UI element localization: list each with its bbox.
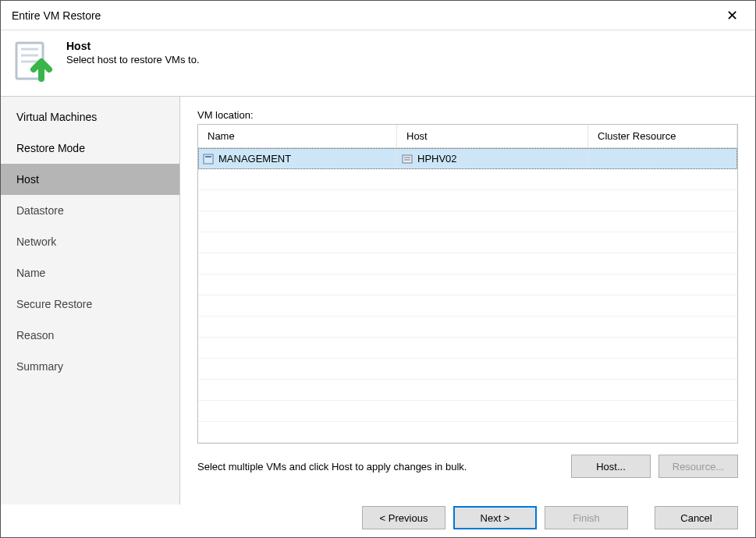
hint-row: Select multiple VMs and click Host to ap…	[197, 455, 738, 478]
host-button[interactable]: Host...	[571, 455, 651, 478]
sidebar-item-summary[interactable]: Summary	[1, 351, 179, 382]
page-title: Host	[66, 40, 200, 52]
grid-body: MANAGEMENT HPHV02	[198, 148, 737, 443]
cell-name: MANAGEMENT	[198, 148, 397, 169]
wizard-body: Virtual Machines Restore Mode Host Datas…	[1, 96, 755, 504]
sidebar-item-restore-mode[interactable]: Restore Mode	[1, 133, 179, 164]
close-button[interactable]: ✕	[715, 4, 749, 27]
sidebar-item-virtual-machines[interactable]: Virtual Machines	[1, 101, 179, 133]
sidebar-item-host[interactable]: Host	[1, 164, 179, 195]
sidebar-item-network[interactable]: Network	[1, 226, 179, 257]
svg-rect-6	[403, 155, 412, 163]
column-header-host[interactable]: Host	[397, 125, 588, 147]
sidebar-item-name[interactable]: Name	[1, 257, 179, 288]
page-subtitle: Select host to restore VMs to.	[66, 54, 200, 65]
sidebar-item-reason[interactable]: Reason	[1, 320, 179, 351]
wizard-steps-sidebar: Virtual Machines Restore Mode Host Datas…	[1, 97, 180, 504]
table-row[interactable]: MANAGEMENT HPHV02	[198, 148, 737, 169]
cell-host-text: HPHV02	[417, 153, 457, 165]
vm-location-grid[interactable]: Name Host Cluster Resource MANAGEMENT	[197, 124, 738, 444]
cell-cluster	[588, 148, 737, 169]
vm-location-label: VM location:	[197, 109, 738, 121]
cancel-button[interactable]: Cancel	[655, 506, 738, 529]
finish-button[interactable]: Finish	[545, 506, 628, 529]
cell-name-text: MANAGEMENT	[218, 153, 291, 165]
wizard-footer: < Previous Next > Finish Cancel	[1, 498, 755, 537]
bulk-hint-text: Select multiple VMs and click Host to ap…	[197, 461, 467, 473]
grid-header: Name Host Cluster Resource	[198, 125, 737, 148]
titlebar: Entire VM Restore ✕	[1, 1, 755, 30]
wizard-header: Host Select host to restore VMs to.	[1, 30, 755, 96]
main-panel: VM location: Name Host Cluster Resource	[180, 97, 755, 504]
previous-button[interactable]: < Previous	[362, 506, 445, 529]
column-header-cluster[interactable]: Cluster Resource	[588, 125, 737, 147]
close-icon: ✕	[726, 7, 738, 24]
server-icon	[402, 154, 413, 165]
sidebar-item-secure-restore[interactable]: Secure Restore	[1, 288, 179, 320]
resource-button[interactable]: Resource...	[658, 455, 738, 478]
window-title: Entire VM Restore	[12, 9, 101, 22]
sidebar-item-datastore[interactable]: Datastore	[1, 195, 179, 226]
svg-rect-5	[205, 156, 211, 158]
svg-rect-4	[204, 154, 213, 164]
wizard-header-icon	[15, 40, 55, 82]
vm-icon	[203, 154, 214, 165]
column-header-name[interactable]: Name	[198, 125, 397, 147]
next-button[interactable]: Next >	[453, 506, 537, 529]
cell-host: HPHV02	[397, 148, 588, 169]
